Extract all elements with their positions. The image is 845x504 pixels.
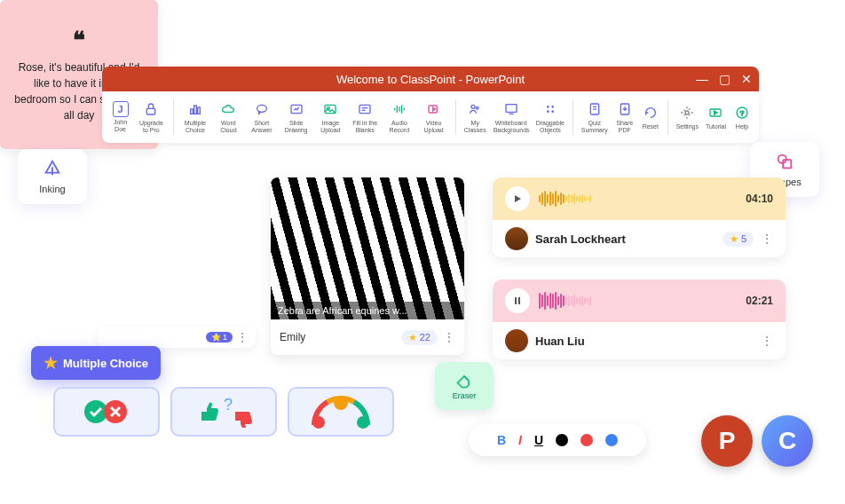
poll-true-false[interactable]	[53, 387, 160, 437]
ribbon-group-summary: Quiz Summary Share PDF Reset	[579, 97, 662, 137]
eraser-tool[interactable]: Eraser	[435, 362, 494, 410]
window-title: Welcome to ClassPoint - PowerPoint	[336, 73, 525, 86]
help-icon: ?	[733, 104, 751, 122]
waveform[interactable]	[539, 190, 737, 208]
avatar	[505, 329, 528, 352]
fill-icon	[356, 100, 374, 118]
pause-button[interactable]	[505, 288, 530, 313]
pen-icon	[288, 100, 305, 118]
app-logos: P C	[701, 415, 813, 467]
svg-rect-40	[518, 297, 520, 304]
format-bar: B I U	[469, 424, 646, 456]
ribbon-draggable[interactable]: Draggable Objects	[533, 97, 567, 137]
play-icon	[707, 104, 724, 122]
svg-marker-32	[715, 111, 717, 114]
ribbon-short-answer[interactable]: Short Answer	[246, 97, 279, 137]
more-icon[interactable]: ⋮	[761, 334, 773, 348]
ribbon-john-doe[interactable]: J John Doe	[107, 97, 133, 137]
bold-button[interactable]: B	[497, 433, 506, 447]
svg-point-19	[477, 107, 479, 110]
eraser-icon	[455, 372, 473, 390]
zebra-card[interactable]: Zebra are African equines w... Emily ★22…	[271, 177, 464, 355]
multiple-choice-button[interactable]: ★ Multiple Choice	[31, 346, 161, 380]
video-icon	[425, 100, 443, 118]
svg-point-22	[547, 106, 548, 107]
color-red[interactable]	[580, 434, 593, 446]
ribbon-whiteboard[interactable]: Whiteboard Backgrounds	[491, 97, 532, 137]
ribbon-my-classes[interactable]: My Classes	[462, 97, 489, 137]
bubble-icon	[253, 100, 271, 118]
inking-icon	[43, 159, 62, 178]
close-button[interactable]: ✕	[741, 72, 752, 86]
eraser-label: Eraser	[453, 391, 477, 400]
underline-button[interactable]: U	[534, 433, 543, 447]
italic-button[interactable]: I	[518, 433, 522, 447]
more-icon[interactable]: ⋮	[443, 330, 455, 344]
ribbon-multiple-choice[interactable]: Multiple Choice	[179, 97, 212, 137]
svg-rect-0	[147, 109, 155, 115]
poll-thumbs[interactable]: ?	[170, 387, 277, 437]
svg-point-44	[312, 416, 325, 429]
svg-text:?: ?	[224, 396, 233, 413]
shapes-icon	[775, 152, 794, 171]
ribbon-group-tools: My Classes Whiteboard Backgrounds Dragga…	[462, 97, 567, 137]
ribbon-video-upload[interactable]: Video Upload	[417, 97, 450, 137]
gear-icon	[678, 104, 696, 122]
ribbon-fill-blanks[interactable]: Fill in the Blanks	[349, 97, 382, 137]
classes-icon	[466, 100, 484, 118]
inking-label: Inking	[39, 184, 65, 194]
whiteboard-icon	[502, 100, 520, 118]
ribbon-reset[interactable]: Reset	[639, 97, 662, 137]
cloud-icon	[219, 100, 237, 118]
ribbon-quiz-summary[interactable]: Quiz Summary	[579, 97, 611, 137]
waveform[interactable]	[539, 292, 737, 310]
zebra-author: Emily	[280, 331, 396, 343]
ribbon-slide-drawing[interactable]: Slide Drawing	[280, 97, 312, 137]
ribbon-share-pdf[interactable]: Share PDF	[612, 97, 637, 137]
thumbs-icon: ?	[193, 396, 255, 428]
ribbon-help[interactable]: ?Help	[730, 100, 754, 134]
svg-rect-3	[198, 107, 201, 114]
ribbon: J John Doe Upgrade to Pro Multiple Choic…	[102, 91, 759, 143]
drag-icon	[541, 100, 559, 118]
svg-point-24	[547, 111, 548, 112]
minimize-button[interactable]: —	[696, 72, 708, 86]
audio-user: Huan Liu	[535, 335, 754, 348]
svg-rect-1	[191, 109, 193, 114]
more-icon[interactable]: ⋮	[761, 232, 773, 246]
ribbon-word-cloud[interactable]: Word Cloud	[213, 97, 243, 137]
audio-card-1: 04:10 Sarah Lockheart ★5 ⋮	[493, 177, 786, 257]
audio-card-2: 02:21 Huan Liu ⋮	[493, 280, 786, 359]
svg-rect-20	[506, 105, 517, 113]
ribbon-settings[interactable]: Settings	[674, 100, 701, 134]
poll-rating[interactable]	[288, 387, 394, 437]
check-cross-icon	[80, 396, 133, 428]
svg-point-45	[334, 396, 348, 410]
ribbon-audio-record[interactable]: Audio Record	[383, 97, 416, 137]
play-button[interactable]	[505, 186, 530, 211]
color-black[interactable]	[556, 434, 568, 446]
svg-marker-17	[432, 107, 435, 111]
quote-mark-icon: ❝	[73, 27, 85, 54]
maximize-button[interactable]: ▢	[719, 72, 730, 86]
avatar	[505, 227, 528, 250]
wave-icon	[391, 100, 408, 118]
star-badge: ★22	[401, 330, 438, 345]
svg-rect-2	[194, 106, 197, 114]
inking-tool[interactable]: Inking	[18, 149, 87, 204]
quiz-icon	[586, 100, 604, 118]
svg-rect-37	[783, 160, 791, 168]
image-icon	[321, 100, 339, 118]
color-blue[interactable]	[605, 434, 618, 446]
ribbon-group-questions: Multiple Choice Word Cloud Short Answer …	[179, 97, 450, 137]
ribbon-image-upload[interactable]: Image Upload	[314, 97, 347, 137]
ribbon-upgrade[interactable]: Upgrade to Pro	[135, 97, 168, 137]
more-icon[interactable]: ⋮	[236, 330, 249, 344]
ribbon-group-account: J John Doe Upgrade to Pro	[107, 97, 168, 137]
classpoint-logo: C	[762, 415, 813, 467]
zebra-caption: Zebra are African equines w...	[271, 302, 464, 319]
audio-time: 02:21	[746, 295, 773, 307]
ribbon-tutorial[interactable]: Tutorial	[703, 100, 729, 134]
svg-point-46	[357, 416, 369, 429]
svg-rect-8	[359, 106, 370, 114]
